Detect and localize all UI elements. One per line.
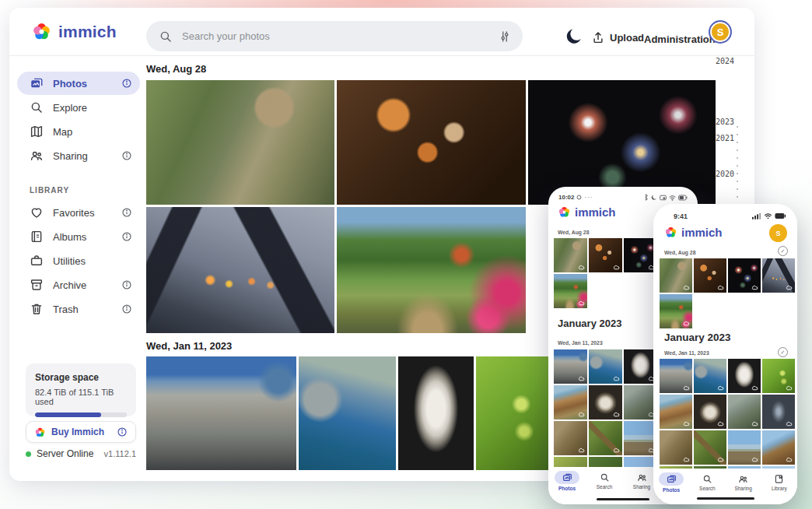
photo-tower[interactable] — [728, 430, 761, 465]
photo-path[interactable] — [554, 274, 587, 308]
photo-zoo[interactable] — [554, 238, 587, 272]
photo-lizards[interactable] — [660, 430, 692, 465]
photo-wood[interactable] — [762, 430, 795, 465]
storage-space-panel: Storage space 82.4 TiB of 115.1 TiB used — [26, 363, 136, 416]
photo-cliff[interactable] — [554, 385, 587, 419]
nav-tab-library[interactable]: Library — [764, 472, 795, 491]
nav-tab-sharing[interactable]: Sharing — [626, 471, 657, 490]
sidebar-item-map[interactable]: Map — [17, 120, 140, 143]
sidebar-item-trash[interactable]: Trash — [17, 297, 140, 321]
info-icon[interactable] — [121, 279, 132, 290]
photo-statue[interactable] — [398, 356, 474, 470]
cloud-backup-icon — [717, 456, 724, 463]
photo-tower[interactable] — [624, 421, 657, 455]
photo-zoo[interactable] — [146, 80, 334, 205]
photo-hands[interactable] — [762, 258, 795, 293]
photo-dinner[interactable] — [337, 80, 526, 205]
sidebar-item-explore[interactable]: Explore — [17, 96, 140, 119]
sidebar-label: Favorites — [53, 207, 112, 219]
ios-status-right — [752, 212, 786, 219]
photo-path[interactable] — [660, 294, 692, 328]
photo-dinner[interactable] — [589, 238, 622, 272]
photo-fireworks[interactable] — [624, 238, 657, 272]
info-icon[interactable] — [117, 427, 128, 437]
dark-mode-toggle-moon-icon[interactable] — [565, 27, 583, 46]
photo-fort[interactable] — [694, 359, 726, 393]
storage-progress-bar — [35, 412, 127, 417]
photo-lizard2[interactable] — [589, 421, 622, 455]
sidebar-item-favorites[interactable]: Favorites — [17, 201, 140, 224]
cloud-backup-icon — [683, 384, 690, 391]
immich-logo[interactable]: immich — [31, 21, 117, 42]
select-all-check-icon[interactable]: ✓ — [778, 347, 788, 357]
photo-lizard2[interactable] — [694, 430, 726, 465]
buy-immich-label: Buy Immich — [51, 427, 111, 437]
photo-hands[interactable] — [146, 207, 334, 333]
nav-tab-search[interactable]: Search — [589, 471, 620, 490]
photo-path[interactable] — [337, 207, 526, 333]
archive-icon — [30, 278, 44, 292]
photo-catkins[interactable] — [476, 356, 549, 470]
select-all-check-icon[interactable]: ✓ — [778, 246, 788, 256]
photo-lizards[interactable] — [554, 421, 587, 455]
nav-tab-photos[interactable]: Photos — [551, 471, 583, 491]
scrubber-year[interactable]: 2024 — [694, 57, 734, 65]
search-bar[interactable] — [146, 21, 523, 51]
scrubber-year[interactable]: 2023 — [694, 118, 734, 126]
photo-walls[interactable] — [660, 359, 692, 393]
info-icon[interactable] — [121, 150, 132, 161]
photo-walls[interactable] — [146, 356, 296, 470]
photo-fort[interactable] — [589, 349, 622, 384]
scrubber-year[interactable]: 2020 — [694, 170, 734, 178]
date-group-header: Wed, Aug 28 — [146, 63, 206, 75]
sidebar-item-albums[interactable]: Albums — [17, 225, 140, 248]
library-icon — [774, 474, 784, 484]
photo-fireworks[interactable] — [528, 80, 716, 205]
photo-fireworks[interactable] — [728, 258, 761, 293]
search-filter-icon[interactable] — [498, 30, 512, 44]
date-group-header: Wed, Aug 28 — [664, 250, 695, 255]
info-icon[interactable] — [121, 78, 132, 89]
administration-link[interactable]: Administration — [644, 33, 716, 45]
user-avatar[interactable]: S — [769, 224, 787, 242]
photo-rock[interactable] — [589, 385, 622, 419]
status-more-icon: ··· — [584, 194, 593, 201]
user-avatar[interactable]: S — [709, 20, 732, 44]
buy-immich-button[interactable]: Buy Immich — [26, 421, 136, 443]
cloud-backup-icon — [578, 375, 585, 382]
photo-statue[interactable] — [624, 349, 657, 384]
photo-rock[interactable] — [694, 395, 726, 429]
photo-zoo[interactable] — [660, 258, 692, 293]
app-header: immich Upload Administration S — [9, 8, 754, 56]
photo-walls[interactable] — [554, 349, 587, 384]
nav-tab-sharing[interactable]: Sharing — [728, 472, 759, 491]
photo-ruins[interactable] — [728, 395, 761, 429]
photo-fort[interactable] — [299, 356, 396, 470]
nav-tab-search[interactable]: Search — [691, 472, 723, 491]
cloud-backup-icon — [786, 420, 793, 427]
sidebar-item-photos[interactable]: Photos — [17, 72, 140, 95]
scrubber-year[interactable]: 2021 — [694, 134, 734, 142]
info-icon[interactable] — [121, 304, 132, 314]
photo-dinner[interactable] — [694, 258, 726, 293]
nav-tab-photos[interactable]: Photos — [656, 472, 687, 493]
date-group-header: Wed, Aug 28 — [558, 230, 589, 235]
info-icon[interactable] — [121, 231, 132, 242]
nav-tab-label: Photos — [558, 486, 576, 491]
cloud-backup-icon — [683, 456, 690, 463]
wifi-icon — [764, 212, 772, 219]
sidebar-item-utilities[interactable]: Utilities — [17, 249, 140, 272]
photo-catkins[interactable] — [762, 359, 795, 393]
photo-fountain[interactable] — [762, 395, 795, 429]
upload-button[interactable]: Upload — [591, 30, 644, 44]
photo-statue[interactable] — [728, 359, 761, 393]
search-input[interactable] — [182, 30, 488, 42]
ios-clock: 9:41 — [674, 212, 688, 220]
photo-cliff[interactable] — [660, 395, 692, 429]
sidebar-item-archive[interactable]: Archive — [17, 273, 140, 297]
sidebar-item-sharing[interactable]: Sharing — [17, 144, 140, 167]
photo-ruins[interactable] — [624, 385, 657, 419]
library-section-label: LIBRARY — [30, 186, 69, 195]
sidebar-label: Trash — [53, 304, 112, 315]
info-icon[interactable] — [121, 207, 132, 218]
